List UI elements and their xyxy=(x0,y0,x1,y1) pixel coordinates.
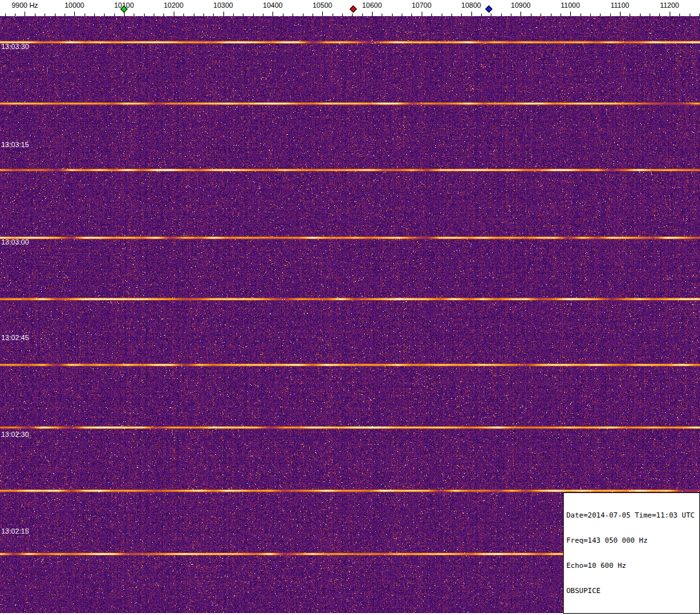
freq-minor-tick xyxy=(293,14,293,16)
freq-major-tick xyxy=(670,12,670,16)
freq-major-tick xyxy=(422,12,422,16)
freq-minor-tick xyxy=(551,14,551,16)
freq-minor-tick xyxy=(431,14,432,16)
freq-major-tick xyxy=(322,12,323,16)
marker-diamond-red[interactable] xyxy=(349,5,356,12)
freq-tick-label: 10000 xyxy=(65,1,85,9)
freq-minor-tick xyxy=(451,14,452,16)
freq-major-tick xyxy=(74,12,75,16)
spectrogram-waterfall-display: 9900 Hz100001010010200103001040010500106… xyxy=(0,0,700,615)
info-station-line: OBSUPICE xyxy=(566,587,697,595)
freq-minor-tick xyxy=(283,14,283,16)
freq-minor-tick xyxy=(15,14,15,16)
freq-minor-tick xyxy=(45,14,45,16)
freq-minor-tick xyxy=(679,14,680,16)
freq-minor-tick xyxy=(481,14,482,16)
freq-minor-tick xyxy=(531,14,531,16)
freq-major-tick xyxy=(520,12,521,16)
freq-tick-label: 10600 xyxy=(362,1,382,9)
freq-minor-tick xyxy=(640,14,641,16)
freq-minor-tick xyxy=(610,14,611,16)
freq-minor-tick xyxy=(163,14,164,16)
freq-minor-tick xyxy=(104,14,105,16)
freq-minor-tick xyxy=(511,14,511,16)
freq-tick-label: 10200 xyxy=(164,1,184,9)
freq-minor-tick xyxy=(630,14,630,16)
info-box: Date=2014-07-05 Time=11:03 UTC Freq=143 … xyxy=(563,492,700,614)
freq-minor-tick xyxy=(233,14,234,16)
freq-minor-tick xyxy=(411,14,412,16)
freq-major-tick xyxy=(174,12,174,16)
time-label: 13:03:15 xyxy=(1,141,29,148)
freq-minor-tick xyxy=(392,14,393,16)
freq-minor-tick xyxy=(313,14,313,16)
freq-minor-tick xyxy=(362,14,363,16)
freq-minor-tick xyxy=(501,14,502,16)
freq-minor-tick xyxy=(342,14,343,16)
freq-minor-tick xyxy=(333,14,333,16)
freq-minor-tick xyxy=(650,14,650,16)
freq-tick-label: 10900 xyxy=(511,1,531,9)
info-freq-line: Freq=143 050 000 Hz xyxy=(566,536,697,545)
freq-minor-tick xyxy=(114,14,115,16)
freq-tick-label: 11100 xyxy=(611,1,630,9)
freq-minor-tick xyxy=(303,14,304,16)
freq-minor-tick xyxy=(194,14,194,16)
freq-minor-tick xyxy=(690,14,690,16)
freq-major-tick xyxy=(223,12,224,16)
freq-minor-tick xyxy=(203,14,204,16)
frequency-axis: 9900 Hz100001010010200103001040010500106… xyxy=(0,0,700,16)
freq-major-tick xyxy=(570,12,571,16)
freq-minor-tick xyxy=(600,14,601,16)
freq-minor-tick xyxy=(491,14,491,16)
freq-minor-tick xyxy=(352,14,353,16)
info-echo-line: Echo=10 600 Hz xyxy=(566,561,697,570)
freq-major-tick xyxy=(372,12,373,16)
freq-major-tick xyxy=(620,12,621,16)
freq-major-tick xyxy=(25,12,25,16)
freq-major-tick xyxy=(273,12,273,16)
time-label: 13:02:30 xyxy=(1,430,29,438)
freq-minor-tick xyxy=(263,14,263,16)
freq-minor-tick xyxy=(144,14,145,16)
freq-tick-label: 11000 xyxy=(561,1,580,9)
freq-minor-tick xyxy=(590,14,591,16)
freq-minor-tick xyxy=(65,14,65,16)
info-date-line: Date=2014-07-05 Time=11:03 UTC xyxy=(566,511,697,519)
freq-minor-tick xyxy=(243,14,243,16)
freq-major-tick xyxy=(471,12,472,16)
freq-minor-tick xyxy=(540,14,541,16)
freq-minor-tick xyxy=(581,14,581,16)
freq-minor-tick xyxy=(134,14,134,16)
freq-minor-tick xyxy=(402,14,402,16)
time-label: 13:02:15 xyxy=(1,527,29,535)
freq-minor-tick xyxy=(253,14,254,16)
freq-minor-tick xyxy=(154,14,154,16)
freq-minor-tick xyxy=(35,14,36,16)
freq-minor-tick xyxy=(5,14,6,16)
freq-minor-tick xyxy=(85,14,85,16)
freq-tick-label: 10400 xyxy=(263,1,283,9)
freq-minor-tick xyxy=(183,14,184,16)
freq-minor-tick xyxy=(561,14,561,16)
time-label: 13:03:00 xyxy=(1,238,29,246)
freq-minor-tick xyxy=(94,14,95,16)
freq-tick-label: 10700 xyxy=(412,1,432,9)
freq-minor-tick xyxy=(213,14,214,16)
freq-tick-label: 9900 Hz xyxy=(12,1,38,9)
time-label: 13:02:45 xyxy=(1,334,29,341)
freq-minor-tick xyxy=(461,14,462,16)
freq-tick-label: 11200 xyxy=(660,1,679,9)
freq-minor-tick xyxy=(659,14,660,16)
time-label: 13:03:30 xyxy=(1,43,29,50)
freq-minor-tick xyxy=(55,14,56,16)
freq-minor-tick xyxy=(442,14,442,16)
freq-tick-label: 10300 xyxy=(213,1,233,9)
freq-tick-label: 10800 xyxy=(461,1,481,9)
freq-tick-label: 10500 xyxy=(313,1,333,9)
marker-diamond-blue[interactable] xyxy=(486,5,493,12)
freq-minor-tick xyxy=(382,14,382,16)
